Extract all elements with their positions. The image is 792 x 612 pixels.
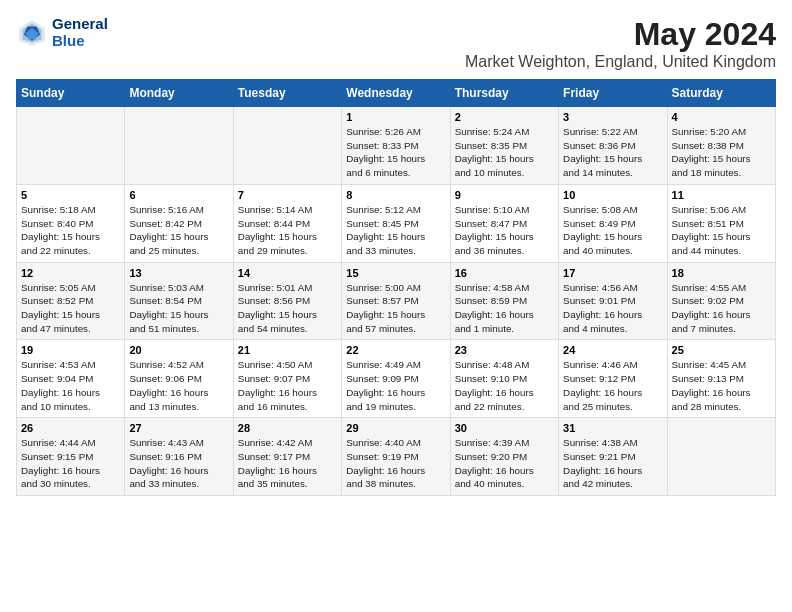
day-number: 20 [129, 344, 228, 356]
day-number: 24 [563, 344, 662, 356]
day-info: Sunrise: 5:00 AM Sunset: 8:57 PM Dayligh… [346, 281, 445, 336]
calendar-week-2: 5Sunrise: 5:18 AM Sunset: 8:40 PM Daylig… [17, 184, 776, 262]
calendar-cell: 20Sunrise: 4:52 AM Sunset: 9:06 PM Dayli… [125, 340, 233, 418]
day-number: 23 [455, 344, 554, 356]
calendar-cell: 25Sunrise: 4:45 AM Sunset: 9:13 PM Dayli… [667, 340, 775, 418]
calendar-cell: 16Sunrise: 4:58 AM Sunset: 8:59 PM Dayli… [450, 262, 558, 340]
day-number: 28 [238, 422, 337, 434]
calendar-cell: 21Sunrise: 4:50 AM Sunset: 9:07 PM Dayli… [233, 340, 341, 418]
day-number: 10 [563, 189, 662, 201]
day-info: Sunrise: 5:18 AM Sunset: 8:40 PM Dayligh… [21, 203, 120, 258]
calendar-cell: 11Sunrise: 5:06 AM Sunset: 8:51 PM Dayli… [667, 184, 775, 262]
day-number: 6 [129, 189, 228, 201]
calendar-cell: 12Sunrise: 5:05 AM Sunset: 8:52 PM Dayli… [17, 262, 125, 340]
day-number: 7 [238, 189, 337, 201]
day-number: 3 [563, 111, 662, 123]
calendar-cell [667, 418, 775, 496]
calendar-cell: 17Sunrise: 4:56 AM Sunset: 9:01 PM Dayli… [559, 262, 667, 340]
day-number: 9 [455, 189, 554, 201]
day-number: 16 [455, 267, 554, 279]
day-number: 22 [346, 344, 445, 356]
calendar-cell: 31Sunrise: 4:38 AM Sunset: 9:21 PM Dayli… [559, 418, 667, 496]
header-monday: Monday [125, 80, 233, 107]
calendar-header-row: SundayMondayTuesdayWednesdayThursdayFrid… [17, 80, 776, 107]
day-number: 30 [455, 422, 554, 434]
day-info: Sunrise: 5:01 AM Sunset: 8:56 PM Dayligh… [238, 281, 337, 336]
calendar-week-3: 12Sunrise: 5:05 AM Sunset: 8:52 PM Dayli… [17, 262, 776, 340]
calendar-cell: 6Sunrise: 5:16 AM Sunset: 8:42 PM Daylig… [125, 184, 233, 262]
day-number: 27 [129, 422, 228, 434]
calendar-cell: 19Sunrise: 4:53 AM Sunset: 9:04 PM Dayli… [17, 340, 125, 418]
calendar-cell: 4Sunrise: 5:20 AM Sunset: 8:38 PM Daylig… [667, 107, 775, 185]
day-number: 21 [238, 344, 337, 356]
day-info: Sunrise: 4:58 AM Sunset: 8:59 PM Dayligh… [455, 281, 554, 336]
calendar-week-5: 26Sunrise: 4:44 AM Sunset: 9:15 PM Dayli… [17, 418, 776, 496]
calendar-subtitle: Market Weighton, England, United Kingdom [465, 53, 776, 71]
logo-icon [16, 17, 48, 49]
day-info: Sunrise: 5:26 AM Sunset: 8:33 PM Dayligh… [346, 125, 445, 180]
day-number: 17 [563, 267, 662, 279]
day-info: Sunrise: 5:22 AM Sunset: 8:36 PM Dayligh… [563, 125, 662, 180]
calendar-cell: 30Sunrise: 4:39 AM Sunset: 9:20 PM Dayli… [450, 418, 558, 496]
day-info: Sunrise: 5:03 AM Sunset: 8:54 PM Dayligh… [129, 281, 228, 336]
day-info: Sunrise: 4:48 AM Sunset: 9:10 PM Dayligh… [455, 358, 554, 413]
calendar-cell: 7Sunrise: 5:14 AM Sunset: 8:44 PM Daylig… [233, 184, 341, 262]
day-info: Sunrise: 5:12 AM Sunset: 8:45 PM Dayligh… [346, 203, 445, 258]
calendar-week-4: 19Sunrise: 4:53 AM Sunset: 9:04 PM Dayli… [17, 340, 776, 418]
day-info: Sunrise: 4:40 AM Sunset: 9:19 PM Dayligh… [346, 436, 445, 491]
header-thursday: Thursday [450, 80, 558, 107]
calendar-table: SundayMondayTuesdayWednesdayThursdayFrid… [16, 79, 776, 496]
logo-line2: Blue [52, 33, 108, 50]
logo-line1: General [52, 16, 108, 33]
day-number: 29 [346, 422, 445, 434]
calendar-cell [233, 107, 341, 185]
calendar-cell: 13Sunrise: 5:03 AM Sunset: 8:54 PM Dayli… [125, 262, 233, 340]
day-number: 26 [21, 422, 120, 434]
day-info: Sunrise: 4:46 AM Sunset: 9:12 PM Dayligh… [563, 358, 662, 413]
day-number: 25 [672, 344, 771, 356]
day-info: Sunrise: 4:45 AM Sunset: 9:13 PM Dayligh… [672, 358, 771, 413]
calendar-cell: 23Sunrise: 4:48 AM Sunset: 9:10 PM Dayli… [450, 340, 558, 418]
day-number: 1 [346, 111, 445, 123]
day-info: Sunrise: 5:20 AM Sunset: 8:38 PM Dayligh… [672, 125, 771, 180]
calendar-cell: 27Sunrise: 4:43 AM Sunset: 9:16 PM Dayli… [125, 418, 233, 496]
day-number: 15 [346, 267, 445, 279]
calendar-cell: 5Sunrise: 5:18 AM Sunset: 8:40 PM Daylig… [17, 184, 125, 262]
day-number: 8 [346, 189, 445, 201]
day-info: Sunrise: 5:24 AM Sunset: 8:35 PM Dayligh… [455, 125, 554, 180]
calendar-cell: 24Sunrise: 4:46 AM Sunset: 9:12 PM Dayli… [559, 340, 667, 418]
day-info: Sunrise: 4:49 AM Sunset: 9:09 PM Dayligh… [346, 358, 445, 413]
day-info: Sunrise: 4:43 AM Sunset: 9:16 PM Dayligh… [129, 436, 228, 491]
calendar-cell: 2Sunrise: 5:24 AM Sunset: 8:35 PM Daylig… [450, 107, 558, 185]
calendar-cell: 29Sunrise: 4:40 AM Sunset: 9:19 PM Dayli… [342, 418, 450, 496]
day-info: Sunrise: 5:14 AM Sunset: 8:44 PM Dayligh… [238, 203, 337, 258]
day-number: 12 [21, 267, 120, 279]
day-info: Sunrise: 4:52 AM Sunset: 9:06 PM Dayligh… [129, 358, 228, 413]
logo: General Blue [16, 16, 108, 49]
page-header: General Blue May 2024 Market Weighton, E… [16, 16, 776, 71]
calendar-title: May 2024 [465, 16, 776, 53]
day-info: Sunrise: 5:16 AM Sunset: 8:42 PM Dayligh… [129, 203, 228, 258]
day-number: 11 [672, 189, 771, 201]
title-block: May 2024 Market Weighton, England, Unite… [465, 16, 776, 71]
calendar-cell: 1Sunrise: 5:26 AM Sunset: 8:33 PM Daylig… [342, 107, 450, 185]
calendar-cell: 9Sunrise: 5:10 AM Sunset: 8:47 PM Daylig… [450, 184, 558, 262]
header-saturday: Saturday [667, 80, 775, 107]
day-number: 31 [563, 422, 662, 434]
header-friday: Friday [559, 80, 667, 107]
day-number: 18 [672, 267, 771, 279]
day-info: Sunrise: 4:44 AM Sunset: 9:15 PM Dayligh… [21, 436, 120, 491]
calendar-cell: 14Sunrise: 5:01 AM Sunset: 8:56 PM Dayli… [233, 262, 341, 340]
calendar-cell: 8Sunrise: 5:12 AM Sunset: 8:45 PM Daylig… [342, 184, 450, 262]
calendar-cell [17, 107, 125, 185]
header-wednesday: Wednesday [342, 80, 450, 107]
day-info: Sunrise: 5:08 AM Sunset: 8:49 PM Dayligh… [563, 203, 662, 258]
day-info: Sunrise: 4:56 AM Sunset: 9:01 PM Dayligh… [563, 281, 662, 336]
day-number: 2 [455, 111, 554, 123]
header-tuesday: Tuesday [233, 80, 341, 107]
calendar-cell: 15Sunrise: 5:00 AM Sunset: 8:57 PM Dayli… [342, 262, 450, 340]
day-info: Sunrise: 4:53 AM Sunset: 9:04 PM Dayligh… [21, 358, 120, 413]
day-info: Sunrise: 4:39 AM Sunset: 9:20 PM Dayligh… [455, 436, 554, 491]
calendar-cell: 3Sunrise: 5:22 AM Sunset: 8:36 PM Daylig… [559, 107, 667, 185]
day-number: 14 [238, 267, 337, 279]
